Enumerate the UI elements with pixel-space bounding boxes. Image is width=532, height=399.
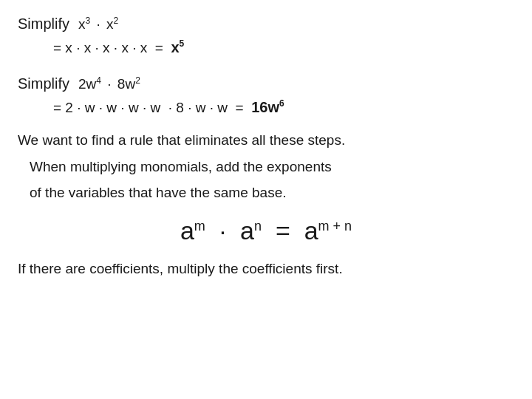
simplify-block-1: Simplify x3 · x2 = x · x · x · x · x = x…: [18, 12, 514, 60]
simplify-block-2: Simplify 2w4 · 8w2 = 2 · w · w · w · w ·…: [18, 72, 514, 120]
equals-2: =: [228, 97, 251, 119]
formula-base-a3: a: [304, 216, 318, 245]
formula-base-a: a: [180, 216, 194, 245]
expr1-x2: x2: [106, 13, 118, 35]
expr2-dot: ·: [103, 73, 115, 95]
expr1-x: x3: [78, 13, 90, 35]
simplify-expanded-1: = x · x · x · x · x = x5: [53, 35, 514, 59]
result-exp-2: 6: [279, 99, 284, 109]
explanation-block: When multiplying monomials, add the expo…: [30, 157, 514, 203]
bottom-text: If there are coefficients, multiply the …: [18, 259, 514, 280]
explanation-line-1: When multiplying monomials, add the expo…: [30, 157, 514, 178]
page: Simplify x3 · x2 = x · x · x · x · x = x…: [0, 0, 532, 399]
formula-exp-m: m: [194, 219, 205, 233]
expanded-2: = 2 · w · w · w · w · 8 · w · w: [53, 97, 228, 119]
simplify-line-2: Simplify 2w4 · 8w2: [18, 72, 514, 95]
expr2-exp2: 2: [135, 75, 140, 85]
formula-block: am · an = am + n: [18, 216, 514, 245]
simplify-expanded-2: = 2 · w · w · w · w · 8 · w · w = 16w6: [53, 95, 514, 119]
expr2-exp1: 4: [96, 75, 101, 85]
formula-exp-mn: m + n: [318, 219, 352, 233]
result-1: x5: [171, 35, 184, 59]
expr2-part1: 2w4: [78, 73, 101, 95]
rule-sentence: We want to find a rule that eliminates a…: [18, 130, 514, 151]
formula-equals: =: [268, 216, 297, 245]
expr1-dot: ·: [92, 13, 104, 35]
expanded-1: = x · x · x · x · x: [53, 37, 147, 59]
simplify-line-1: Simplify x3 · x2: [18, 12, 514, 35]
formula-base-a2: a: [240, 216, 254, 245]
result-exp-1: 5: [180, 39, 185, 50]
explanation-line-2: of the variables that have the same base…: [30, 183, 514, 204]
expr1-exp1: 3: [86, 16, 91, 26]
result-2: 16w6: [251, 95, 284, 119]
equals-1: =: [147, 37, 171, 59]
simplify-label-1: Simplify: [18, 12, 69, 35]
formula-exp-n: n: [254, 219, 262, 233]
formula-dot: ·: [212, 216, 233, 245]
expr2-part2: 8w2: [117, 73, 140, 95]
expr1-exp2: 2: [114, 16, 119, 26]
simplify-label-2: Simplify: [18, 72, 69, 95]
